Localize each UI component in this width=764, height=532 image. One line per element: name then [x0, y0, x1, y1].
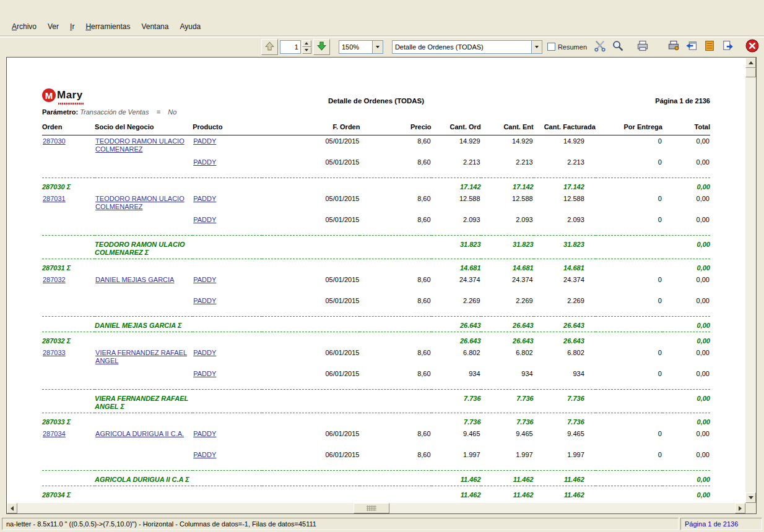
- socio-link[interactable]: VIERA FERNANDEZ RAFAEL ANGEL: [95, 349, 187, 364]
- spinner-up-button[interactable]: [302, 40, 311, 47]
- producto-link[interactable]: PADDY: [193, 349, 216, 356]
- cant-facturada: 7.736: [534, 393, 596, 413]
- producto-link[interactable]: PADDY: [193, 195, 216, 202]
- next-page-button[interactable]: [313, 39, 330, 55]
- socio-link[interactable]: TEODORO RAMON ULACIO COLMENAREZ: [95, 195, 184, 210]
- column-header: Orden: [42, 123, 95, 135]
- horizontal-scroll-thumb[interactable]: [354, 503, 389, 513]
- producto-link[interactable]: PADDY: [193, 137, 216, 145]
- producto-link[interactable]: PADDY: [193, 370, 216, 377]
- spinner-down-button[interactable]: [302, 47, 311, 54]
- vertical-scrollbar[interactable]: [745, 58, 756, 503]
- scroll-right-button[interactable]: [735, 503, 745, 513]
- report-dropdown-button[interactable]: [531, 41, 542, 53]
- report-header-row: OrdenSocio del NegocioProductoF. OrdenPr…: [42, 123, 710, 135]
- scroll-down-button[interactable]: [745, 492, 756, 503]
- precio: 8,60: [360, 428, 431, 449]
- status-info: na-letter - 8.5x11.0 " ((0.5,0.5)->(7.5,…: [2, 518, 679, 530]
- menu-item-archivo[interactable]: Archivo: [6, 20, 42, 33]
- previous-page-button[interactable]: [261, 39, 278, 55]
- menu-item-herramientas[interactable]: Herramientas: [80, 20, 136, 33]
- search-button[interactable]: [610, 39, 626, 55]
- partner-summary-row: DANIEL MEJIAS GARCIA Σ26.64326.64326.643…: [42, 320, 710, 332]
- orden-link[interactable]: 287033: [43, 349, 66, 356]
- total: 0,00: [662, 490, 710, 501]
- export-button[interactable]: [719, 39, 736, 55]
- menu-item-ver[interactable]: Ver: [42, 20, 64, 33]
- cant-ord: 17.142: [432, 182, 481, 193]
- scroll-left-button[interactable]: [7, 503, 17, 513]
- menu-item-ayuda[interactable]: Ayuda: [174, 20, 206, 33]
- orden-link[interactable]: 287031: [43, 195, 66, 202]
- empty: [193, 417, 262, 428]
- total: 0,00: [662, 320, 710, 332]
- cant-facturada: 26.643: [534, 336, 596, 347]
- tools-button[interactable]: [592, 39, 608, 55]
- socio: [95, 157, 193, 178]
- cant-facturada: 6.802: [534, 347, 596, 368]
- report-page-indicator: Página 1 de 2136: [555, 88, 710, 105]
- scroll-up-button[interactable]: [745, 58, 756, 68]
- empty: [262, 239, 360, 259]
- report-select[interactable]: Detalle de Ordenes (TODAS): [392, 40, 542, 54]
- total: 0,00: [662, 368, 710, 390]
- producto-link[interactable]: PADDY: [193, 276, 216, 283]
- order-detail-row: 287034AGRICOLA DURIGUA II C.A.PADDY06/01…: [42, 428, 710, 449]
- producto-link[interactable]: PADDY: [193, 216, 216, 223]
- page-number-input[interactable]: [280, 40, 301, 54]
- producto-link[interactable]: PADDY: [193, 430, 216, 437]
- cant-ord: 14.681: [432, 263, 481, 274]
- printer-settings-icon: [667, 40, 680, 54]
- report-area: M Mary Detalle de Ordenes (TODAS) Página…: [6, 57, 757, 514]
- cant-facturada: 24.374: [534, 274, 596, 295]
- orden-link[interactable]: 287032: [43, 276, 66, 283]
- empty: [262, 417, 360, 428]
- socio-link[interactable]: TEODORO RAMON ULACIO COLMENAREZ: [95, 137, 184, 153]
- cant-facturada: 934: [534, 368, 596, 390]
- socio-link[interactable]: DANIEL MEJIAS GARCIA: [95, 276, 174, 283]
- producto: PADDY: [193, 274, 262, 295]
- vertical-scroll-thumb[interactable]: [745, 68, 756, 77]
- column-header: Socio del Negocio: [95, 123, 193, 135]
- scroll-down-icon: [749, 496, 753, 502]
- print-setup-button[interactable]: [666, 39, 682, 55]
- f-orden: 05/01/2015: [262, 135, 360, 157]
- menu-item-ir[interactable]: Ir: [64, 20, 80, 33]
- precio: 8,60: [360, 193, 431, 214]
- orden-link[interactable]: 287034: [43, 430, 66, 437]
- resumen-checkbox[interactable]: [547, 43, 555, 51]
- logo-badge-icon: M: [42, 88, 56, 102]
- socio-link[interactable]: AGRICOLA DURIGUA II C.A.: [95, 430, 184, 437]
- empty: [42, 474, 95, 486]
- close-button[interactable]: [744, 39, 760, 55]
- menu-item-ventana[interactable]: Ventana: [136, 20, 174, 33]
- zoom-dropdown-button[interactable]: [372, 41, 383, 53]
- column-header: Cant. Ent: [481, 123, 534, 135]
- empty: [42, 320, 95, 332]
- cant-ent: 2.213: [481, 157, 534, 178]
- export-window-button[interactable]: [684, 39, 700, 55]
- producto-link[interactable]: PADDY: [193, 158, 216, 166]
- print-button[interactable]: [635, 39, 651, 55]
- f-orden: 06/01/2015: [262, 428, 360, 449]
- scrollbar-corner: [745, 503, 756, 513]
- producto-link[interactable]: PADDY: [193, 297, 216, 304]
- empty: [193, 182, 262, 193]
- summary-label: 287031 Σ: [42, 263, 95, 274]
- empty: [193, 474, 262, 486]
- zoom-select[interactable]: 150%: [339, 40, 383, 54]
- total: 0,00: [662, 193, 710, 214]
- f-orden: 05/01/2015: [262, 295, 360, 317]
- printer-icon: [636, 40, 649, 54]
- company-logo: M Mary: [42, 88, 197, 102]
- orden-link[interactable]: 287030: [43, 137, 66, 145]
- f-orden: 05/01/2015: [262, 274, 360, 295]
- producto-link[interactable]: PADDY: [193, 451, 216, 458]
- producto: PADDY: [193, 135, 262, 157]
- partner-summary-row: AGRICOLA DURIGUA II C.A Σ11.46211.46211.…: [42, 474, 710, 486]
- order-detail-continuation-row: PADDY06/01/20158,601.9971.9971.99700,00: [42, 449, 710, 471]
- data-view-button[interactable]: [701, 39, 718, 55]
- socio: AGRICOLA DURIGUA II C.A.: [95, 428, 193, 449]
- horizontal-scrollbar[interactable]: [7, 503, 745, 513]
- report-table: OrdenSocio del NegocioProductoF. OrdenPr…: [42, 123, 710, 501]
